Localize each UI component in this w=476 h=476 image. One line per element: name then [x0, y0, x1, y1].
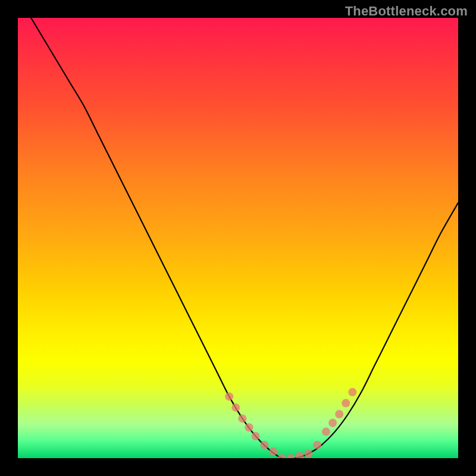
lower-wash: [18, 383, 458, 458]
chart-stage: TheBottleneck.com: [0, 0, 476, 476]
watermark-text: TheBottleneck.com: [345, 4, 468, 19]
plot-area: [18, 18, 458, 458]
